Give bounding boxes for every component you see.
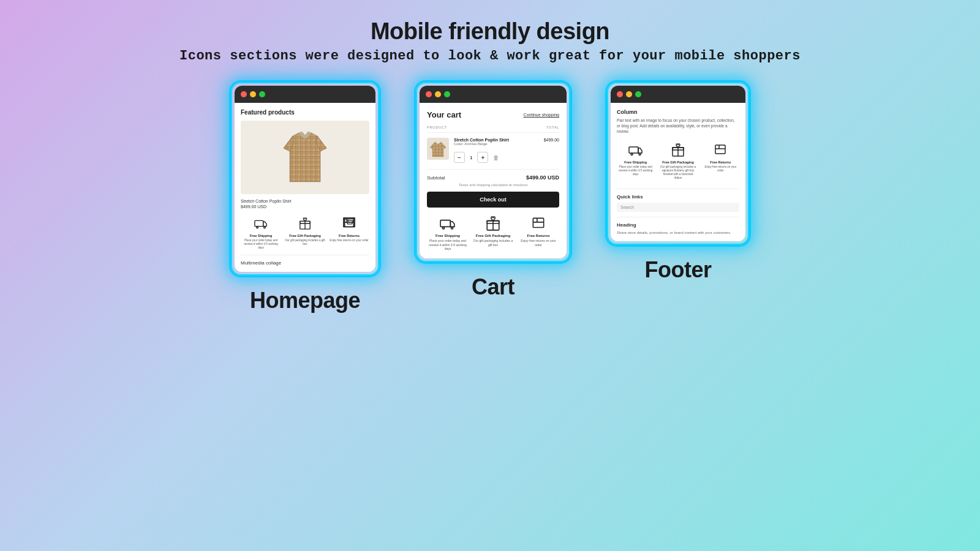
hp-gift-label: Free Gift Packaging: [289, 234, 321, 238]
footer-shipping-desc: Place your order today and receive it wi…: [617, 165, 654, 176]
cart-browser-bar: [420, 86, 567, 103]
hp-returns-label: Free Returns: [339, 234, 360, 238]
footer-container: Column Pair text with an image to focus …: [607, 82, 749, 283]
footer-returns-desc: Enjoy free returns on your order: [702, 165, 739, 173]
cart-label: Cart: [472, 274, 514, 300]
footer-search-field[interactable]: Search: [617, 203, 739, 212]
qty-decrease-btn[interactable]: −: [454, 152, 465, 163]
dot-red-2: [426, 91, 432, 97]
subtotal-amount: $499.00 USD: [526, 174, 559, 181]
svg-rect-7: [255, 220, 263, 226]
cart-shipping-icon-item: Free Shipping Place your order today and…: [427, 215, 469, 251]
cart-gift-desc: Our gift packaging includes a gift box: [472, 239, 514, 247]
cart-icons-row: Free Shipping Place your order today and…: [427, 215, 559, 251]
header: Mobile friendly design Icons sections we…: [179, 18, 801, 82]
footer-returns-label: Free Returns: [710, 160, 731, 164]
cart-gift-label: Free Gift Packaging: [476, 234, 510, 238]
footer-gift-icon: [669, 141, 687, 159]
svg-point-26: [631, 154, 633, 156]
cart-gift-icon-item: Free Gift Packaging Our gift packaging i…: [472, 215, 514, 251]
cart-columns: PRODUCT TOTAL: [427, 126, 559, 133]
cart-header: Your cart Continue shopping: [427, 110, 559, 119]
continue-shopping-link[interactable]: Continue shopping: [524, 113, 559, 117]
cart-shipping-desc: Place your order today and receive it wi…: [427, 239, 469, 251]
qty-increase-btn[interactable]: +: [477, 152, 488, 163]
footer-returns-item: Free Returns Enjoy free returns on your …: [702, 141, 739, 179]
multimedia-collage-label: Multimedia collage: [241, 255, 369, 266]
subtotal-label: Subtotal: [427, 175, 445, 181]
cart-shipping-icon: [439, 215, 456, 232]
homepage-product-price: $499.00 USD: [241, 204, 369, 209]
svg-point-21: [451, 227, 453, 229]
footer-column-title: Column: [617, 109, 739, 115]
footer-content: Column Pair text with an image to focus …: [611, 103, 745, 241]
cart-shipping-label: Free Shipping: [435, 234, 460, 238]
cart-item-price: $499.00: [544, 138, 559, 142]
cart-container: Your cart Continue shopping PRODUCT TOTA…: [416, 82, 570, 300]
footer-column-desc: Pair text with an image to focus on your…: [617, 118, 739, 134]
homepage-product-name: Stretch Cotton Poplin Shirt: [241, 199, 369, 203]
cart-returns-icon: [530, 215, 547, 232]
cart-window: Your cart Continue shopping PRODUCT TOTA…: [420, 86, 567, 258]
footer-shipping-item: Free Shipping Place your order today and…: [617, 141, 654, 179]
qty-row: − 1 + 🗑: [454, 152, 559, 163]
cart-item-name: Stretch Cotton Poplin Shirt: [454, 138, 509, 142]
hp-returns-desc: Enjoy free returns on your order: [330, 239, 369, 242]
dot-green-2: [444, 91, 450, 97]
featured-products-title: Featured products: [241, 109, 369, 116]
taxes-note: Taxes and shipping calculated at checkou…: [427, 183, 559, 187]
cart-returns-label: Free Returns: [527, 234, 549, 238]
col-product: PRODUCT: [427, 126, 447, 129]
cart-returns-desc: Enjoy free returns on your order: [518, 239, 559, 247]
footer-returns-icon: [712, 141, 729, 159]
shipping-icon: [252, 215, 270, 232]
svg-rect-30: [715, 145, 725, 154]
homepage-gift-icon-item: Free Gift Packaging Our gift packaging i…: [285, 215, 325, 250]
cart-subtotal: Subtotal $499.00 USD: [427, 169, 559, 181]
svg-point-9: [264, 227, 266, 228]
footer-gift-item: Free Gift Packaging Our gift packaging i…: [659, 141, 696, 179]
footer-label: Footer: [645, 257, 712, 283]
dot-yellow-3: [626, 91, 632, 97]
hp-shipping-label: Free Shipping: [250, 234, 273, 238]
dot-green: [259, 91, 265, 97]
col-total: TOTAL: [546, 126, 559, 129]
homepage-shipping-icon-item: Free Shipping Place your order today and…: [241, 215, 281, 250]
checkout-button[interactable]: Check out: [427, 192, 559, 208]
homepage-content: Featured products: [235, 103, 375, 272]
dot-green-3: [635, 91, 641, 97]
homepage-frame: Featured products: [231, 82, 379, 276]
qty-value: 1: [470, 155, 472, 160]
cart-item: Stretch Cotton Poplin Shirt Color: Archi…: [427, 138, 559, 163]
homepage-container: Featured products: [231, 82, 379, 313]
cart-item-color: Color: Archive Beige: [454, 142, 509, 146]
returns-icon: [341, 215, 358, 232]
hp-shipping-desc: Place your order today and receive it wi…: [241, 239, 281, 250]
footer-heading: Heading: [617, 222, 739, 228]
homepage-browser-bar: [235, 86, 375, 103]
footer-heading-section: Heading Share store details, promotions,…: [617, 217, 739, 235]
footer-ql-title: Quick links: [617, 194, 739, 200]
svg-point-27: [639, 154, 641, 156]
screens-row: Featured products: [37, 82, 943, 313]
dot-yellow-2: [435, 91, 441, 97]
footer-shipping-icon: [627, 141, 644, 159]
footer-frame: Column Pair text with an image to focus …: [607, 82, 749, 245]
product-image: [241, 121, 369, 194]
dot-red-3: [617, 91, 623, 97]
cart-item-image: [427, 138, 449, 160]
svg-rect-19: [440, 220, 450, 227]
footer-shipping-label: Free Shipping: [624, 160, 647, 164]
homepage-returns-icon-item: Free Returns Enjoy free returns on your …: [329, 215, 369, 250]
hp-gift-desc: Our gift packaging includes a gift box: [285, 239, 325, 246]
cart-title: Your cart: [427, 110, 461, 119]
footer-browser-bar: [611, 86, 745, 103]
homepage-icons-row: Free Shipping Place your order today and…: [241, 215, 369, 250]
cart-returns-icon-item: Free Returns Enjoy free returns on your …: [518, 215, 559, 251]
dot-yellow: [250, 91, 256, 97]
footer-icons-row: Free Shipping Place your order today and…: [617, 141, 739, 179]
delete-icon[interactable]: 🗑: [493, 154, 499, 161]
svg-point-20: [442, 227, 444, 229]
footer-gift-desc: Our gift packaging includes a signature …: [659, 165, 696, 179]
shirt-illustration: [281, 127, 330, 188]
